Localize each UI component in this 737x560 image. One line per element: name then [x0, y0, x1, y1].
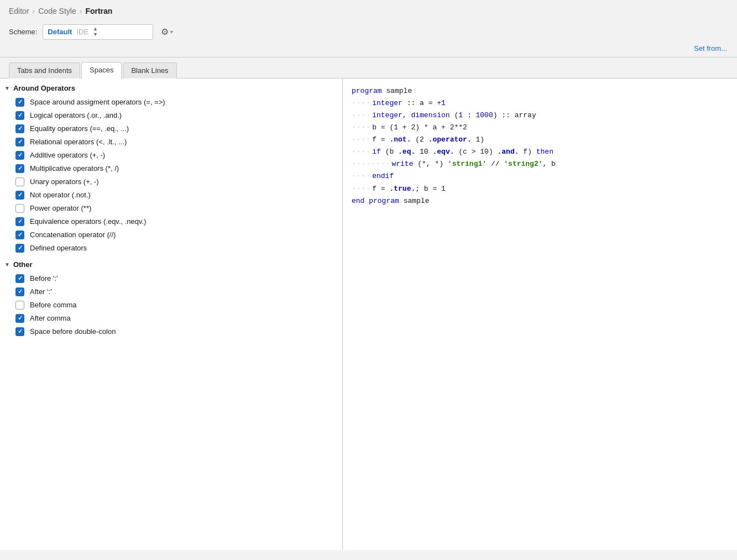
scheme-label: Scheme: [9, 28, 37, 36]
code-text: program sample [352, 85, 412, 97]
code-line-7: ········ write (*, *) 'string1' // 'stri… [352, 158, 728, 170]
label-concat-op: Concatenation operator (//) [30, 231, 116, 239]
triangle-around-operators: ▼ [4, 85, 10, 91]
option-before-comma: Before comma [0, 299, 342, 312]
code-line-3: ···· integer, dimension (1 : 1000) :: ar… [352, 109, 728, 122]
checkbox-defined-ops[interactable] [15, 244, 24, 253]
breadcrumb-code-style[interactable]: Code Style [38, 7, 76, 15]
label-defined-ops: Defined operators [30, 244, 87, 252]
label-equivalence-ops: Equivalence operators (.eqv., .neqv.) [30, 217, 147, 226]
checkbox-additive-ops[interactable] [15, 151, 24, 160]
label-logical-ops: Logical operators (.or., .and.) [30, 111, 122, 119]
checkbox-equivalence-ops[interactable] [15, 217, 24, 226]
label-unary-ops: Unary operators (+, -) [30, 177, 99, 186]
gear-dropdown-arrow: ▾ [170, 29, 173, 35]
other-title: Other [13, 260, 33, 269]
label-space-before-double-colon: Space before double-colon [30, 327, 116, 336]
gear-button[interactable]: ⚙ ▾ [159, 25, 175, 38]
set-from-link[interactable]: Set from... [0, 44, 737, 57]
label-after-colon: After ':' [30, 287, 52, 296]
label-before-colon: Before ':' [30, 274, 58, 282]
checkbox-multiplicative-ops[interactable] [15, 164, 24, 173]
checkbox-before-comma[interactable] [15, 301, 24, 310]
code-line-8: ···· endif [352, 170, 728, 182]
option-after-colon: After ':' [0, 285, 342, 299]
main-content: ▼ Around Operators Space around assigmen… [0, 78, 737, 550]
code-line-1: program sample [352, 85, 728, 97]
code-line-9: ···· f = .true.; b = 1 [352, 183, 728, 195]
option-equality-ops: Equality operators (==, .eq., ...) [0, 122, 342, 135]
option-power-op: Power operator (**) [0, 202, 342, 215]
checkbox-concat-op[interactable] [15, 231, 24, 239]
checkbox-not-op[interactable] [15, 191, 24, 200]
scheme-row: Scheme: Default IDE ▲ ▼ ⚙ ▾ [0, 21, 737, 44]
label-multiplicative-ops: Multiplicative operators (*, /) [30, 164, 119, 172]
option-after-comma: After comma [0, 312, 342, 325]
label-additive-ops: Additive operators (+, -) [30, 151, 105, 159]
code-line-4: ···· b = (1 + 2) * a + 2**2 [352, 122, 728, 134]
checkbox-space-assignment[interactable] [15, 98, 24, 107]
code-line-5: ···· f = .not. (2 .operator. 1) [352, 134, 728, 146]
checkbox-space-before-double-colon[interactable] [15, 327, 24, 336]
option-unary-ops: Unary operators (+, -) [0, 175, 342, 189]
checkbox-logical-ops[interactable] [15, 111, 24, 120]
label-before-comma: Before comma [30, 301, 77, 309]
label-equality-ops: Equality operators (==, .eq., ...) [30, 124, 129, 133]
tab-blank-lines[interactable]: Blank Lines [123, 62, 176, 78]
checkbox-before-colon[interactable] [15, 274, 24, 283]
option-before-colon: Before ':' [0, 272, 342, 285]
option-concat-op: Concatenation operator (//) [0, 228, 342, 242]
around-operators-header[interactable]: ▼ Around Operators [0, 78, 342, 96]
tab-spaces[interactable]: Spaces [81, 62, 122, 78]
tab-tabs-indents[interactable]: Tabs and Indents [9, 62, 80, 78]
breadcrumb-fortran: Fortran [85, 7, 112, 15]
checkbox-equality-ops[interactable] [15, 124, 24, 133]
breadcrumb-editor[interactable]: Editor [9, 7, 29, 15]
left-panel: ▼ Around Operators Space around assigmen… [0, 78, 343, 550]
option-multiplicative-ops: Multiplicative operators (*, /) [0, 162, 342, 175]
label-space-assignment: Space around assigment operators (=, =>) [30, 98, 165, 106]
label-power-op: Power operator (**) [30, 204, 91, 212]
breadcrumb-sep-2: › [80, 7, 82, 15]
checkbox-unary-ops[interactable] [15, 177, 24, 186]
option-not-op: Not operator (.not.) [0, 189, 342, 202]
around-operators-title: Around Operators [13, 84, 75, 92]
scheme-arrows-icon: ▲ ▼ [93, 27, 98, 38]
other-header[interactable]: ▼ Other [0, 255, 342, 272]
label-after-comma: After comma [30, 314, 71, 322]
option-logical-ops: Logical operators (.or., .and.) [0, 109, 342, 122]
label-not-op: Not operator (.not.) [30, 191, 91, 199]
option-space-before-double-colon: Space before double-colon [0, 325, 342, 338]
breadcrumb: Editor › Code Style › Fortran [0, 0, 737, 21]
option-space-assignment: Space around assigment operators (=, =>) [0, 96, 342, 109]
gear-icon: ⚙ [161, 27, 169, 37]
scheme-select[interactable]: Default IDE ▲ ▼ [43, 24, 153, 40]
triangle-other: ▼ [4, 261, 10, 268]
breadcrumb-sep-1: › [33, 7, 35, 15]
option-defined-ops: Defined operators [0, 242, 342, 255]
tabs-row: Tabs and Indents Spaces Blank Lines [0, 57, 737, 78]
code-line-2: ···· integer :: a = +1 [352, 97, 728, 109]
code-line-10: end program sample [352, 195, 728, 207]
option-relational-ops: Relational operators (<, .lt., ...) [0, 135, 342, 149]
code-line-6: ···· if (b .eq. 10 .eqv. (c > 10) .and. … [352, 146, 728, 158]
scheme-type: IDE [76, 28, 88, 36]
checkbox-power-op[interactable] [15, 204, 24, 213]
code-preview: program sample ···· integer :: a = +1 ··… [343, 78, 737, 550]
option-equivalence-ops: Equivalence operators (.eqv., .neqv.) [0, 215, 342, 228]
checkbox-relational-ops[interactable] [15, 138, 24, 146]
label-relational-ops: Relational operators (<, .lt., ...) [30, 138, 127, 146]
checkbox-after-comma[interactable] [15, 314, 24, 323]
scheme-name: Default [48, 28, 72, 36]
option-additive-ops: Additive operators (+, -) [0, 149, 342, 162]
checkbox-after-colon[interactable] [15, 287, 24, 296]
